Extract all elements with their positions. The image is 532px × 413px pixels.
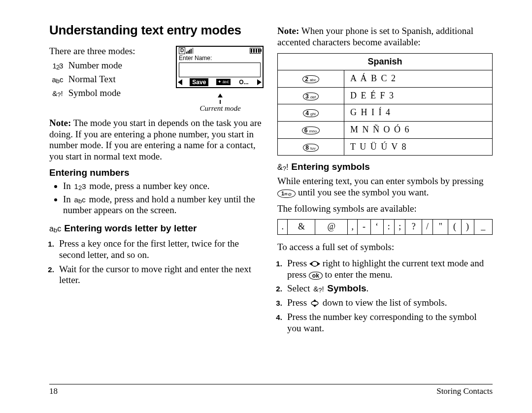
- list-item: Select &?! Symbols.: [284, 283, 493, 294]
- save-softkey: Save: [190, 78, 208, 86]
- symbol-cell: /: [422, 220, 432, 235]
- symbol-mode-icon: &?!: [312, 285, 325, 293]
- symbol-cell: ?: [405, 220, 422, 235]
- page-footer: 18 Storing Contacts: [49, 384, 493, 396]
- entering-numbers-heading: Entering numbers: [49, 167, 265, 179]
- symbols-table: . & @ , - ‘ : ; ? / " ( ) _: [277, 219, 493, 235]
- svg-point-3: [311, 301, 318, 305]
- number-mode-icon: 123: [49, 62, 66, 71]
- symbol-cell: _: [474, 220, 492, 235]
- access-full-symbols-label: To access a full set of symbols:: [277, 242, 493, 253]
- table-row: 4 ghi G H I Í 4: [278, 104, 493, 122]
- signal-bars-icon: [186, 48, 193, 54]
- phone-screen-illustration: D Enter Name: Save: [176, 46, 265, 113]
- number-mode-label: Number mode: [68, 60, 122, 70]
- table-row: 2 abc A Á B C 2: [278, 70, 493, 88]
- ok-button-icon: ok: [309, 272, 323, 280]
- symbol-cell: @: [315, 220, 348, 235]
- symbol-cell: &: [288, 220, 315, 235]
- svg-marker-1: [309, 262, 312, 266]
- symbol-cell: (: [448, 220, 461, 235]
- svg-marker-4: [313, 299, 317, 302]
- entering-words-steps: Press a key once for the first letter, t…: [56, 238, 265, 286]
- name-input-box: [179, 63, 261, 77]
- nav-left-right-icon: [309, 259, 320, 267]
- page-title: Understanding text entry modes: [49, 23, 265, 38]
- symbols-intro: While entering text, you can enter symbo…: [277, 176, 493, 198]
- symbol-cell: ,: [347, 220, 357, 235]
- spanish-note: Note: When your phone is set to Spanish,…: [277, 26, 493, 48]
- symbol-cell: :: [383, 220, 394, 235]
- right-softkey: O...: [238, 79, 249, 86]
- svg-marker-2: [317, 262, 320, 266]
- normal-mode-label: Normal Text: [68, 74, 116, 84]
- key-2-icon: 2 abc: [302, 75, 319, 83]
- number-mode-icon: 123: [73, 182, 87, 191]
- key-4-icon: 4 ghi: [303, 109, 318, 117]
- table-row: 6 mno M N Ñ O Ó 6: [278, 121, 493, 138]
- section-name: Storing Contacts: [436, 386, 493, 396]
- spanish-table-header: Spanish: [278, 53, 493, 70]
- access-symbols-steps: Press right to highlight the current tex…: [284, 258, 493, 334]
- page-number: 18: [49, 386, 58, 396]
- symbol-cell: ‘: [370, 220, 383, 235]
- status-d-icon: D: [179, 47, 185, 54]
- list-item: In abc mode, press and hold a number key…: [63, 194, 265, 217]
- left-column: Understanding text entry modes There are…: [49, 23, 265, 337]
- symbol-cell: ": [433, 220, 448, 235]
- symbol-cell: ;: [394, 220, 405, 235]
- right-arrow-icon: [257, 79, 262, 85]
- key-6-icon: 6 mno: [302, 127, 320, 134]
- entering-symbols-heading: Entering symbols: [291, 161, 369, 173]
- spanish-table: Spanish 2 abc A Á B C 2 3 def D E É F 3 …: [277, 53, 493, 156]
- list-item: Press the number key corresponding to th…: [284, 312, 493, 334]
- key-8-icon: 8 tuv: [303, 144, 318, 152]
- entering-words-heading: Entering words letter by letter: [64, 223, 197, 234]
- symbols-available-label: The following symbols are available:: [277, 203, 493, 215]
- right-column: Note: When your phone is set to Spanish,…: [277, 23, 493, 337]
- symbol-mode-icon: &?!: [49, 89, 66, 99]
- svg-point-0: [312, 261, 318, 266]
- normal-mode-icon: abc: [49, 224, 61, 234]
- key-1-icon: 1✉@: [277, 190, 296, 198]
- battery-icon: [250, 48, 261, 54]
- left-arrow-icon: [178, 79, 182, 85]
- normal-mode-icon: abc: [73, 195, 87, 204]
- svg-marker-5: [313, 305, 317, 307]
- list-item: In 123 mode, press a number key once.: [63, 181, 265, 192]
- list-item: Press down to view the list of symbols.: [284, 297, 493, 309]
- symbol-mode-icon: &?!: [277, 162, 288, 173]
- modes-list: There are three modes: 123 Number mode a…: [49, 46, 168, 101]
- entering-numbers-list: In 123 mode, press a number key once. In…: [63, 181, 265, 216]
- table-row: 3 def D E É F 3: [278, 87, 493, 104]
- list-item: Press a key once for the first letter, t…: [56, 238, 265, 261]
- table-row: 8 tuv T U Ü Ú V 8: [278, 138, 493, 156]
- normal-mode-icon: abc: [49, 75, 66, 85]
- key-3-icon: 3 def: [303, 93, 319, 100]
- mode-softkey-icon: ✦abc: [216, 79, 231, 85]
- enter-name-label: Enter Name:: [177, 55, 263, 62]
- note-paragraph: Note: The mode you start in depends on t…: [49, 118, 265, 162]
- current-mode-caption: Current mode: [176, 104, 265, 113]
- symbol-cell: ): [461, 220, 474, 235]
- intro-line: There are three modes:: [49, 46, 168, 57]
- list-item: Wait for the cursor to move right and en…: [56, 264, 265, 286]
- pointer-arrow-icon: [218, 94, 223, 97]
- symbol-cell: .: [278, 220, 288, 235]
- nav-up-down-icon: [309, 299, 320, 307]
- symbol-cell: -: [358, 220, 370, 235]
- symbol-mode-label: Symbol mode: [68, 88, 121, 98]
- list-item: Press right to highlight the current tex…: [284, 258, 493, 281]
